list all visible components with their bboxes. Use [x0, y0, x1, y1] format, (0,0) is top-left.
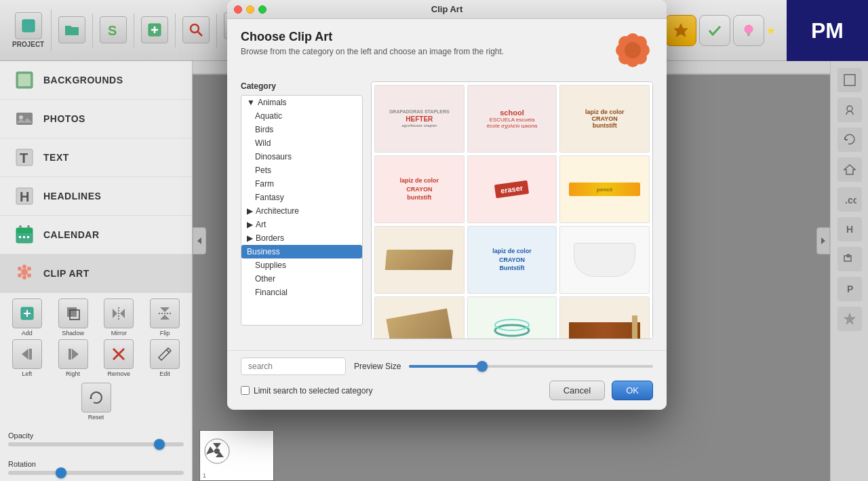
svg-line-6 [198, 32, 202, 36]
image-grid-container[interactable]: GRAPADORAS STAPLERS HEFTER agrofeuser st… [371, 81, 653, 339]
cat-item-dinosaurs[interactable]: Dinosaurs [241, 150, 362, 163]
image-cell-7[interactable] [374, 226, 465, 294]
check-btn[interactable] [699, 15, 730, 46]
image-cell-4[interactable]: lapiz de color CRAYON buntstift [374, 155, 465, 223]
cat-item-aquatic[interactable]: Aquatic [241, 109, 362, 123]
image-cell-11[interactable] [467, 296, 557, 339]
cat-item-financial[interactable]: Financial [241, 286, 362, 299]
image-cell-2[interactable]: school ESCUELA escuela école σχολεìο шко… [467, 85, 557, 153]
dialog-body: Category ▼ Animals Aquatic Birds Wild [241, 81, 653, 339]
image-cell-1[interactable]: GRAPADORAS STAPLERS HEFTER agrofeuser st… [374, 85, 465, 153]
right-panel-btn-3[interactable] [837, 128, 862, 152]
image-cell-10[interactable] [374, 296, 465, 339]
right-panel-btn-9[interactable] [837, 307, 862, 331]
image-cell-9[interactable] [559, 226, 650, 294]
maximize-button[interactable] [258, 5, 267, 14]
photos-label: PHOTOS [43, 113, 85, 124]
tool-left[interactable]: Left [5, 339, 49, 377]
sidebar-item-clip-art[interactable]: CLIP ART [0, 254, 192, 293]
close-button[interactable] [234, 5, 242, 14]
tool-remove[interactable]: Remove [98, 339, 141, 377]
image-cell-3[interactable]: lapiz de color CRAYON buntstift [559, 85, 650, 153]
backgrounds-label: BACKGROUNDS [43, 75, 123, 85]
slider-thumb[interactable] [477, 361, 488, 372]
limit-search-checkbox[interactable] [241, 386, 250, 395]
cat-item-borders[interactable]: ▶ Borders [241, 231, 362, 245]
toolbar-project[interactable]: PROJECT [5, 9, 52, 51]
tool-flip[interactable]: Flip [143, 299, 186, 336]
bulb-btn[interactable] [733, 15, 764, 46]
nav-arrow-right[interactable] [816, 227, 830, 254]
svg-rect-30 [19, 236, 21, 238]
svg-rect-31 [23, 236, 25, 238]
right-panel-btn-8[interactable]: P [837, 277, 862, 301]
toolbar-s[interactable]: S [93, 14, 134, 47]
svg-point-76 [625, 42, 641, 58]
toolbar-plus[interactable] [134, 14, 176, 47]
clip-art-dialog: Clip Art Choose Clip Art Browse from the… [227, 0, 667, 410]
sidebar-item-backgrounds[interactable]: BACKGROUNDS [0, 61, 192, 100]
ok-button[interactable]: OK [612, 381, 653, 400]
cat-item-supplies[interactable]: Supplies [241, 258, 362, 272]
cancel-button[interactable]: Cancel [549, 381, 605, 400]
right-panel-btn-5[interactable]: .com [837, 187, 862, 212]
tool-edit[interactable]: Edit [143, 339, 186, 377]
svg-point-34 [22, 265, 26, 269]
sidebar-item-calendar[interactable]: CALENDAR [0, 216, 192, 254]
preview-size-label: Preview Size [354, 362, 401, 371]
cat-item-farm[interactable]: Farm [241, 177, 362, 191]
btn-row: Cancel OK [549, 381, 653, 400]
right-toolbar: ⭐ [665, 0, 780, 61]
right-panel-btn-7[interactable] [837, 247, 862, 271]
flower-decoration [612, 30, 653, 71]
cat-item-animals[interactable]: ▼ Animals [241, 96, 362, 109]
image-cell-12[interactable] [559, 296, 650, 339]
cat-item-pets[interactable]: Pets [241, 163, 362, 177]
opacity-slider[interactable] [8, 442, 184, 446]
svg-marker-49 [72, 349, 79, 360]
right-panel-btn-6[interactable]: H [837, 217, 862, 242]
tool-reset[interactable]: Reset [81, 383, 111, 421]
svg-rect-32 [27, 236, 29, 238]
sidebar-item-text[interactable]: T TEXT [0, 138, 192, 177]
cat-item-other[interactable]: Other [241, 272, 362, 286]
rotation-thumb[interactable] [56, 467, 66, 478]
sidebar-item-photos[interactable]: PHOTOS [0, 100, 192, 138]
star-btn[interactable] [665, 15, 696, 46]
svg-marker-15 [674, 24, 688, 37]
category-tree[interactable]: ▼ Animals Aquatic Birds Wild Dinosaurs [241, 95, 363, 326]
headlines-icon: H [14, 185, 35, 207]
sidebar-item-headlines[interactable]: H HEADLINES [0, 177, 192, 216]
image-cell-6[interactable]: pencil [559, 155, 650, 223]
rotation-slider[interactable] [8, 471, 184, 475]
tool-right[interactable]: Right [52, 339, 95, 377]
image-cell-5[interactable]: eraser [467, 155, 557, 223]
svg-marker-47 [22, 349, 28, 360]
toolbar-search[interactable] [176, 14, 217, 47]
opacity-thumb[interactable] [154, 439, 165, 450]
cat-item-business[interactable]: Business [241, 245, 362, 258]
image-cell-8[interactable]: lapiz de color CRAYON Buntstift [467, 226, 557, 294]
preview-size-slider[interactable] [409, 365, 653, 368]
cat-item-wild[interactable]: Wild [241, 136, 362, 150]
svg-point-39 [27, 273, 31, 277]
cat-item-birds[interactable]: Birds [241, 123, 362, 136]
search-input[interactable] [241, 358, 346, 375]
tool-add[interactable]: Add [5, 299, 49, 336]
right-panel-btn-1[interactable] [837, 68, 862, 92]
nav-arrow-left[interactable] [193, 227, 206, 254]
toolbar-folder[interactable] [52, 14, 93, 47]
tool-shadow[interactable]: Shadow [52, 299, 95, 336]
right-panel-btn-4[interactable] [837, 157, 862, 182]
tool-mirror[interactable]: Mirror [98, 299, 141, 336]
cat-item-architecture[interactable]: ▶ Architecture [241, 204, 362, 218]
checkbox-row: Limit search to selected category [241, 386, 372, 396]
dialog-subtitle: Browse from the category on the left and… [241, 47, 504, 56]
right-panel-btn-2[interactable] [837, 98, 862, 122]
rotation-section: Rotation [5, 460, 186, 475]
headlines-label: HEADLINES [43, 191, 101, 201]
cat-item-fantasy[interactable]: Fantasy [241, 191, 362, 204]
cat-item-art[interactable]: ▶ Art [241, 218, 362, 231]
minimize-button[interactable] [246, 5, 254, 14]
footer-bottom: Limit search to selected category Cancel… [241, 381, 653, 400]
